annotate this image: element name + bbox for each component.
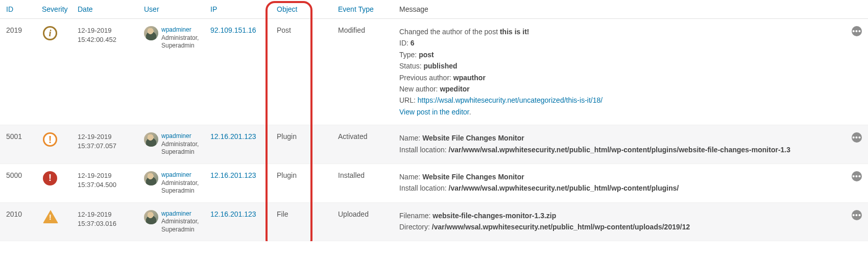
msg-label: Install location:: [399, 146, 449, 154]
msg-bold: Website File Changes Monitor: [422, 134, 524, 142]
cell-ip: 12.16.201.123: [204, 202, 271, 241]
cell-id: 5000: [0, 164, 36, 202]
msg-bold: 6: [411, 39, 415, 47]
cell-severity: !: [36, 164, 71, 202]
ellipsis-icon: •••: [852, 212, 861, 219]
cell-user: wpadminer Administrator, Superadmin: [138, 164, 204, 202]
user-link[interactable]: wpadminer: [161, 132, 199, 141]
msg-label: ID:: [399, 39, 411, 47]
ellipsis-icon: •••: [852, 173, 861, 180]
cell-severity: i: [36, 19, 71, 125]
col-header-event-type[interactable]: Event Type: [332, 0, 393, 19]
ellipsis-icon: •••: [852, 134, 861, 141]
table-row: 2019 i 12-19-2019 15:42:00.452 wpadminer…: [0, 19, 868, 125]
ip-link[interactable]: 12.16.201.123: [210, 171, 256, 179]
time-value: 15:37:07.057: [78, 142, 132, 151]
avatar: [144, 210, 158, 224]
user-role: Administrator,: [161, 141, 199, 149]
date-value: 12-19-2019: [78, 132, 132, 142]
cell-user: wpadminer Administrator, Superadmin: [138, 19, 204, 125]
msg-bold: /var/www/wsal.wpwhitesecurity.net/public…: [432, 223, 690, 231]
cell-object: Post: [271, 19, 332, 125]
more-button[interactable]: •••: [852, 26, 862, 36]
cell-date: 12-19-2019 15:37:07.057: [71, 125, 138, 164]
more-button[interactable]: •••: [852, 210, 862, 220]
activity-log-table: ID Severity Date User IP Object Event Ty…: [0, 0, 868, 241]
msg-label: Name:: [399, 134, 422, 142]
cell-event-type: Activated: [332, 125, 393, 164]
cell-id: 5001: [0, 125, 36, 164]
cell-event-type: Installed: [332, 164, 393, 202]
date-value: 12-19-2019: [78, 210, 132, 219]
cell-date: 12-19-2019 15:37:04.500: [71, 164, 138, 202]
msg-label: Type:: [399, 51, 419, 59]
time-value: 15:37:04.500: [78, 180, 132, 190]
cell-date: 12-19-2019 15:37:03.016: [71, 202, 138, 241]
cell-more: •••: [842, 202, 868, 241]
cell-message: Filename: website-file-changes-monitor-1…: [393, 202, 842, 241]
msg-bold: published: [423, 62, 457, 70]
col-header-id[interactable]: ID: [0, 0, 36, 19]
cell-more: •••: [842, 19, 868, 125]
msg-label: New author:: [399, 85, 440, 93]
more-button[interactable]: •••: [852, 132, 862, 143]
cell-message: Name: Website File Changes Monitor Insta…: [393, 125, 842, 164]
user-role: Administrator,: [161, 179, 199, 188]
cell-id: 2019: [0, 19, 36, 125]
url-link[interactable]: https://wsal.wpwhitesecurity.net/uncateg…: [418, 96, 602, 104]
cell-severity: !: [36, 125, 71, 164]
cell-event-type: Modified: [332, 19, 393, 125]
col-header-ip[interactable]: IP: [204, 0, 271, 19]
col-header-severity[interactable]: Severity: [36, 0, 71, 19]
ip-link[interactable]: 12.16.201.123: [210, 132, 256, 141]
cell-object: Plugin: [271, 125, 332, 164]
severity-high-icon: !: [43, 132, 57, 147]
date-value: 12-19-2019: [78, 26, 132, 35]
user-link[interactable]: wpadminer: [161, 210, 199, 218]
user-role: Superadmin: [161, 148, 199, 156]
severity-info-icon: i: [43, 26, 57, 40]
cell-date: 12-19-2019 15:42:00.452: [71, 19, 138, 125]
cell-object: File: [271, 202, 332, 241]
table-row: 5001 ! 12-19-2019 15:37:07.057 wpadminer…: [0, 125, 868, 164]
msg-label: URL:: [399, 96, 418, 104]
user-link[interactable]: wpadminer: [161, 26, 199, 34]
msg-bold: /var/www/wsal.wpwhitesecurity.net/public…: [449, 184, 679, 192]
cell-more: •••: [842, 125, 868, 164]
msg-bold: post: [419, 51, 434, 59]
cell-message: Name: Website File Changes Monitor Insta…: [393, 164, 842, 202]
msg-bold: this is it!: [500, 28, 529, 36]
col-header-more: [842, 0, 868, 19]
msg-bold: wpauthor: [453, 74, 486, 82]
col-header-message: Message: [393, 0, 842, 19]
msg-text: Changed the author of the post: [399, 28, 500, 36]
ip-link[interactable]: 92.109.151.16: [210, 26, 256, 34]
more-button[interactable]: •••: [852, 171, 862, 181]
cell-id: 2010: [0, 202, 36, 241]
ip-link[interactable]: 12.16.201.123: [210, 210, 256, 218]
msg-label: Name:: [399, 173, 422, 181]
table-header-row: ID Severity Date User IP Object Event Ty…: [0, 0, 868, 19]
user-role: Superadmin: [161, 226, 199, 234]
cell-user: wpadminer Administrator, Superadmin: [138, 202, 204, 241]
view-post-link[interactable]: View post in the editor: [399, 108, 469, 116]
col-header-user[interactable]: User: [138, 0, 204, 19]
user-role: Administrator,: [161, 218, 199, 226]
date-value: 12-19-2019: [78, 171, 132, 180]
user-role: Superadmin: [161, 42, 199, 50]
cell-message: Changed the author of the post this is i…: [393, 19, 842, 125]
msg-bold: Website File Changes Monitor: [422, 173, 524, 181]
severity-warning-icon: [43, 210, 58, 223]
user-role: Administrator,: [161, 34, 199, 42]
msg-label: Previous author:: [399, 74, 453, 82]
cell-ip: 12.16.201.123: [204, 164, 271, 202]
cell-event-type: Uploaded: [332, 202, 393, 241]
msg-bold: /var/www/wsal.wpwhitesecurity.net/public…: [449, 146, 791, 154]
user-link[interactable]: wpadminer: [161, 171, 199, 179]
msg-bold: wpeditor: [440, 85, 469, 93]
col-header-date[interactable]: Date: [71, 0, 138, 19]
table-row: 2010 12-19-2019 15:37:03.016 wpadminer A…: [0, 202, 868, 241]
msg-text: .: [469, 108, 471, 116]
cell-object: Plugin: [271, 164, 332, 202]
col-header-object[interactable]: Object: [271, 0, 332, 19]
